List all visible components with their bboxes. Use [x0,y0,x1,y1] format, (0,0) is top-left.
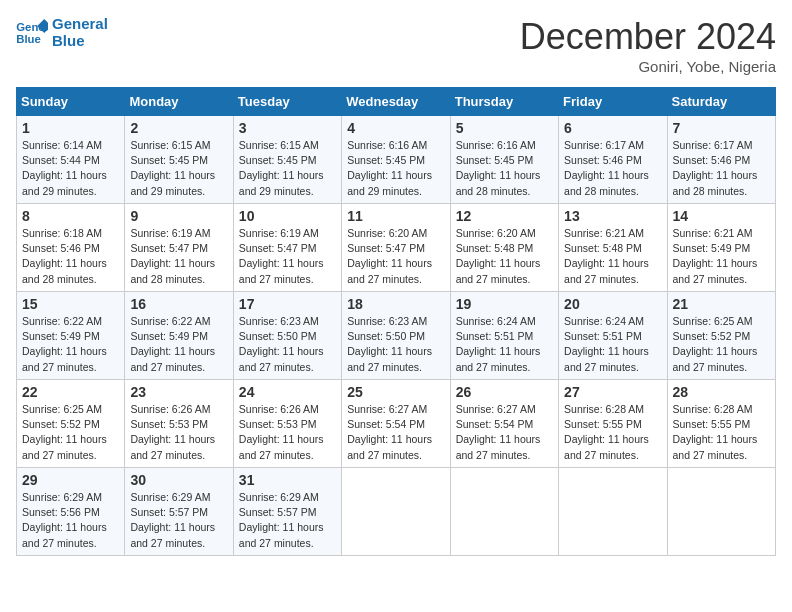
calendar-day-cell: 1 Sunrise: 6:14 AMSunset: 5:44 PMDayligh… [17,116,125,204]
calendar-week-row: 22 Sunrise: 6:25 AMSunset: 5:52 PMDaylig… [17,380,776,468]
calendar-day-cell: 11 Sunrise: 6:20 AMSunset: 5:47 PMDaylig… [342,204,450,292]
calendar-day-cell: 2 Sunrise: 6:15 AMSunset: 5:45 PMDayligh… [125,116,233,204]
day-info: Sunrise: 6:24 AMSunset: 5:51 PMDaylight:… [564,314,661,375]
calendar-day-cell: 31 Sunrise: 6:29 AMSunset: 5:57 PMDaylig… [233,468,341,556]
day-number: 14 [673,208,770,224]
calendar-day-cell: 9 Sunrise: 6:19 AMSunset: 5:47 PMDayligh… [125,204,233,292]
calendar-week-row: 8 Sunrise: 6:18 AMSunset: 5:46 PMDayligh… [17,204,776,292]
day-header-sunday: Sunday [17,88,125,116]
day-info: Sunrise: 6:19 AMSunset: 5:47 PMDaylight:… [239,226,336,287]
calendar-day-cell: 18 Sunrise: 6:23 AMSunset: 5:50 PMDaylig… [342,292,450,380]
calendar-day-cell: 4 Sunrise: 6:16 AMSunset: 5:45 PMDayligh… [342,116,450,204]
calendar-day-cell: 26 Sunrise: 6:27 AMSunset: 5:54 PMDaylig… [450,380,558,468]
calendar-day-cell: 15 Sunrise: 6:22 AMSunset: 5:49 PMDaylig… [17,292,125,380]
day-number: 26 [456,384,553,400]
day-number: 4 [347,120,444,136]
day-info: Sunrise: 6:22 AMSunset: 5:49 PMDaylight:… [130,314,227,375]
day-number: 10 [239,208,336,224]
day-header-monday: Monday [125,88,233,116]
day-header-tuesday: Tuesday [233,88,341,116]
day-info: Sunrise: 6:21 AMSunset: 5:48 PMDaylight:… [564,226,661,287]
day-number: 2 [130,120,227,136]
day-info: Sunrise: 6:18 AMSunset: 5:46 PMDaylight:… [22,226,119,287]
calendar-day-cell [342,468,450,556]
day-header-saturday: Saturday [667,88,775,116]
calendar-day-cell: 22 Sunrise: 6:25 AMSunset: 5:52 PMDaylig… [17,380,125,468]
day-number: 22 [22,384,119,400]
day-info: Sunrise: 6:20 AMSunset: 5:47 PMDaylight:… [347,226,444,287]
day-number: 28 [673,384,770,400]
day-number: 13 [564,208,661,224]
title-block: December 2024 Goniri, Yobe, Nigeria [520,16,776,75]
month-title: December 2024 [520,16,776,58]
day-header-thursday: Thursday [450,88,558,116]
day-info: Sunrise: 6:25 AMSunset: 5:52 PMDaylight:… [673,314,770,375]
day-info: Sunrise: 6:29 AMSunset: 5:57 PMDaylight:… [130,490,227,551]
day-number: 20 [564,296,661,312]
calendar-day-cell [559,468,667,556]
day-info: Sunrise: 6:15 AMSunset: 5:45 PMDaylight:… [130,138,227,199]
calendar-day-cell: 25 Sunrise: 6:27 AMSunset: 5:54 PMDaylig… [342,380,450,468]
calendar-day-cell: 20 Sunrise: 6:24 AMSunset: 5:51 PMDaylig… [559,292,667,380]
calendar-day-cell: 14 Sunrise: 6:21 AMSunset: 5:49 PMDaylig… [667,204,775,292]
calendar-day-cell: 23 Sunrise: 6:26 AMSunset: 5:53 PMDaylig… [125,380,233,468]
calendar-header-row: SundayMondayTuesdayWednesdayThursdayFrid… [17,88,776,116]
day-number: 24 [239,384,336,400]
calendar-day-cell: 28 Sunrise: 6:28 AMSunset: 5:55 PMDaylig… [667,380,775,468]
calendar-day-cell: 17 Sunrise: 6:23 AMSunset: 5:50 PMDaylig… [233,292,341,380]
logo: General Blue GeneralBlue [16,16,108,49]
location: Goniri, Yobe, Nigeria [520,58,776,75]
calendar-day-cell: 19 Sunrise: 6:24 AMSunset: 5:51 PMDaylig… [450,292,558,380]
day-info: Sunrise: 6:22 AMSunset: 5:49 PMDaylight:… [22,314,119,375]
day-number: 30 [130,472,227,488]
day-number: 18 [347,296,444,312]
day-number: 8 [22,208,119,224]
calendar-day-cell: 13 Sunrise: 6:21 AMSunset: 5:48 PMDaylig… [559,204,667,292]
day-number: 17 [239,296,336,312]
day-number: 31 [239,472,336,488]
day-info: Sunrise: 6:29 AMSunset: 5:56 PMDaylight:… [22,490,119,551]
calendar-day-cell [667,468,775,556]
day-number: 27 [564,384,661,400]
day-number: 25 [347,384,444,400]
calendar-day-cell [450,468,558,556]
day-info: Sunrise: 6:28 AMSunset: 5:55 PMDaylight:… [673,402,770,463]
day-number: 29 [22,472,119,488]
calendar-table: SundayMondayTuesdayWednesdayThursdayFrid… [16,87,776,556]
day-info: Sunrise: 6:17 AMSunset: 5:46 PMDaylight:… [673,138,770,199]
day-number: 19 [456,296,553,312]
day-info: Sunrise: 6:24 AMSunset: 5:51 PMDaylight:… [456,314,553,375]
day-number: 1 [22,120,119,136]
day-number: 16 [130,296,227,312]
day-info: Sunrise: 6:16 AMSunset: 5:45 PMDaylight:… [347,138,444,199]
day-header-wednesday: Wednesday [342,88,450,116]
calendar-day-cell: 3 Sunrise: 6:15 AMSunset: 5:45 PMDayligh… [233,116,341,204]
day-info: Sunrise: 6:16 AMSunset: 5:45 PMDaylight:… [456,138,553,199]
calendar-day-cell: 30 Sunrise: 6:29 AMSunset: 5:57 PMDaylig… [125,468,233,556]
calendar-week-row: 29 Sunrise: 6:29 AMSunset: 5:56 PMDaylig… [17,468,776,556]
calendar-day-cell: 24 Sunrise: 6:26 AMSunset: 5:53 PMDaylig… [233,380,341,468]
day-info: Sunrise: 6:15 AMSunset: 5:45 PMDaylight:… [239,138,336,199]
day-info: Sunrise: 6:28 AMSunset: 5:55 PMDaylight:… [564,402,661,463]
svg-text:Blue: Blue [16,32,41,44]
calendar-day-cell: 10 Sunrise: 6:19 AMSunset: 5:47 PMDaylig… [233,204,341,292]
calendar-week-row: 15 Sunrise: 6:22 AMSunset: 5:49 PMDaylig… [17,292,776,380]
day-info: Sunrise: 6:23 AMSunset: 5:50 PMDaylight:… [347,314,444,375]
day-header-friday: Friday [559,88,667,116]
page-header: General Blue GeneralBlue December 2024 G… [16,16,776,75]
day-number: 21 [673,296,770,312]
day-number: 9 [130,208,227,224]
logo-text: GeneralBlue [52,16,108,49]
calendar-day-cell: 21 Sunrise: 6:25 AMSunset: 5:52 PMDaylig… [667,292,775,380]
day-number: 7 [673,120,770,136]
calendar-day-cell: 29 Sunrise: 6:29 AMSunset: 5:56 PMDaylig… [17,468,125,556]
day-info: Sunrise: 6:26 AMSunset: 5:53 PMDaylight:… [239,402,336,463]
day-info: Sunrise: 6:17 AMSunset: 5:46 PMDaylight:… [564,138,661,199]
calendar-day-cell: 5 Sunrise: 6:16 AMSunset: 5:45 PMDayligh… [450,116,558,204]
day-number: 6 [564,120,661,136]
calendar-day-cell: 6 Sunrise: 6:17 AMSunset: 5:46 PMDayligh… [559,116,667,204]
day-info: Sunrise: 6:29 AMSunset: 5:57 PMDaylight:… [239,490,336,551]
calendar-week-row: 1 Sunrise: 6:14 AMSunset: 5:44 PMDayligh… [17,116,776,204]
day-number: 23 [130,384,227,400]
calendar-day-cell: 8 Sunrise: 6:18 AMSunset: 5:46 PMDayligh… [17,204,125,292]
